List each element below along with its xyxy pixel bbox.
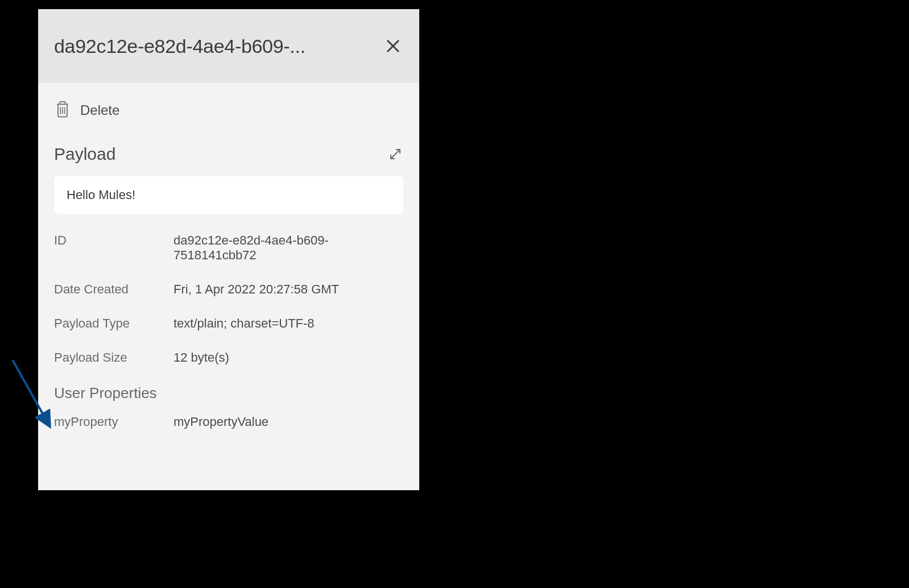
payload-size-value: 12 byte(s) [173,350,403,365]
detail-row-payload-size: Payload Size 12 byte(s) [54,350,403,365]
detail-row-payload-type: Payload Type text/plain; charset=UTF-8 [54,316,403,331]
trash-icon [54,100,71,121]
user-property-key: myProperty [54,415,173,429]
delete-button[interactable]: Delete [54,100,403,121]
panel-header: da92c12e-e82d-4ae4-b609-... [38,9,419,83]
user-properties-title: User Properties [54,384,403,402]
panel-title: da92c12e-e82d-4ae4-b609-... [54,35,371,57]
payload-section-title: Payload [54,144,115,164]
svg-line-5 [391,150,400,159]
expand-icon [389,147,402,161]
payload-type-value: text/plain; charset=UTF-8 [173,316,403,331]
close-button[interactable] [383,36,403,56]
panel-body: Delete Payload Hello Mules! ID da92c12e-… [38,83,419,446]
payload-content-box: Hello Mules! [54,176,403,214]
delete-label: Delete [80,102,119,118]
close-icon [385,38,402,55]
message-detail-panel: da92c12e-e82d-4ae4-b609-... Delete [38,9,419,490]
detail-row-date-created: Date Created Fri, 1 Apr 2022 20:27:58 GM… [54,282,403,297]
payload-section-header: Payload [54,144,403,164]
expand-button[interactable] [387,146,403,162]
user-property-row: myProperty myPropertyValue [54,415,403,429]
payload-size-label: Payload Size [54,350,173,365]
date-created-label: Date Created [54,282,173,297]
payload-content: Hello Mules! [67,188,391,202]
payload-type-label: Payload Type [54,316,173,331]
detail-row-id: ID da92c12e-e82d-4ae4-b609-7518141cbb72 [54,233,403,263]
id-label: ID [54,233,173,263]
id-value: da92c12e-e82d-4ae4-b609-7518141cbb72 [173,233,403,263]
date-created-value: Fri, 1 Apr 2022 20:27:58 GMT [173,282,403,297]
user-property-value: myPropertyValue [173,415,268,429]
